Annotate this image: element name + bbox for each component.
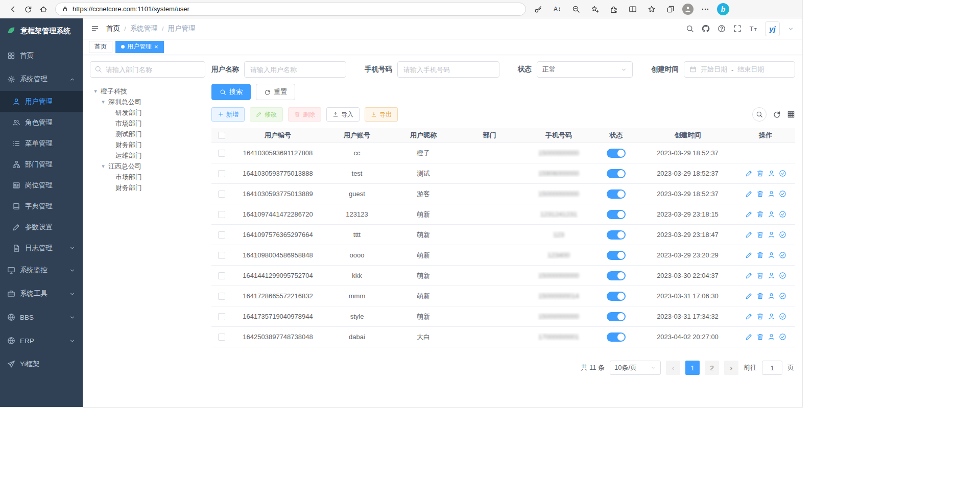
chevron-down-icon[interactable] (787, 26, 794, 32)
row-checkbox[interactable] (218, 150, 225, 157)
font-size-icon[interactable] (749, 25, 757, 33)
tree-node[interactable]: 财务部门 (90, 182, 205, 193)
edit-button[interactable]: 修改 (250, 107, 283, 122)
import-button[interactable]: 导入 (326, 107, 360, 122)
assign-role-icon[interactable] (779, 190, 786, 198)
delete-icon[interactable] (756, 251, 764, 259)
caret-down-icon[interactable]: ▾ (93, 88, 98, 94)
column-settings-button[interactable] (787, 110, 795, 118)
edit-icon[interactable] (745, 292, 753, 300)
delete-icon[interactable] (756, 170, 764, 177)
reset-password-icon[interactable] (768, 170, 775, 177)
favorites-bar-icon[interactable] (644, 2, 659, 16)
delete-icon[interactable] (756, 272, 764, 279)
sidebar-item-home[interactable]: 首页 (0, 44, 83, 67)
tree-node[interactable]: ▾深圳总公司 (90, 97, 205, 107)
reset-password-icon[interactable] (768, 292, 775, 300)
goto-page-input[interactable] (762, 361, 782, 375)
select-all-checkbox[interactable] (218, 132, 225, 139)
status-toggle[interactable] (607, 149, 626, 158)
zoom-icon[interactable] (569, 2, 583, 16)
caret-down-icon[interactable]: ▾ (101, 163, 106, 170)
row-checkbox[interactable] (218, 211, 225, 218)
sidebar-item-user-management[interactable]: 用户管理 (0, 91, 83, 112)
row-checkbox[interactable] (218, 252, 225, 259)
reset-password-icon[interactable] (768, 313, 775, 320)
tree-node[interactable]: ▾橙子科技 (90, 86, 205, 97)
help-icon[interactable] (718, 25, 726, 33)
tab-user-management[interactable]: 用户管理 × (115, 41, 164, 53)
tree-node[interactable]: ▾江西总公司 (90, 161, 205, 172)
delete-icon[interactable] (756, 292, 764, 300)
read-aloud-icon[interactable] (550, 2, 564, 16)
prev-page-button[interactable]: ‹ (666, 361, 680, 375)
edit-icon[interactable] (745, 231, 753, 239)
sidebar-item-log-management[interactable]: 日志管理 (0, 237, 83, 258)
reset-password-icon[interactable] (768, 190, 775, 198)
row-checkbox[interactable] (218, 191, 225, 198)
assign-role-icon[interactable] (779, 313, 786, 320)
copilot-icon[interactable]: b (717, 3, 729, 15)
delete-icon[interactable] (756, 313, 764, 320)
status-toggle[interactable] (607, 251, 626, 260)
sidebar-item-post-management[interactable]: 岗位管理 (0, 175, 83, 196)
status-toggle[interactable] (607, 271, 626, 280)
edit-icon[interactable] (745, 313, 753, 320)
assign-role-icon[interactable] (779, 292, 786, 300)
row-checkbox[interactable] (218, 231, 225, 239)
reset-button[interactable]: 重置 (256, 84, 295, 100)
tree-node[interactable]: 研发部门 (90, 107, 205, 118)
delete-icon[interactable] (756, 190, 764, 198)
toggle-search-button[interactable] (752, 107, 767, 122)
add-button[interactable]: 新增 (211, 107, 245, 122)
status-toggle[interactable] (607, 169, 626, 178)
user-avatar[interactable]: yj (765, 21, 780, 36)
browser-back-button[interactable] (5, 2, 20, 17)
status-toggle[interactable] (607, 292, 626, 301)
tree-node[interactable]: 财务部门 (90, 139, 205, 150)
sidebar-item-menu-management[interactable]: 菜单管理 (0, 133, 83, 154)
date-range-picker[interactable]: 开始日期 - 结束日期 (684, 61, 795, 78)
row-checkbox[interactable] (218, 272, 225, 279)
assign-role-icon[interactable] (779, 210, 786, 218)
status-toggle[interactable] (607, 210, 626, 219)
edit-icon[interactable] (745, 333, 753, 341)
sidebar-item-role-management[interactable]: 角色管理 (0, 112, 83, 133)
caret-down-icon[interactable]: ▾ (101, 99, 106, 105)
status-select[interactable]: 正常 (537, 61, 633, 78)
password-key-icon[interactable] (531, 2, 545, 16)
reset-password-icon[interactable] (768, 272, 775, 279)
browser-home-button[interactable] (36, 2, 51, 17)
page-size-select[interactable]: 10条/页 (610, 361, 661, 375)
export-button[interactable]: 导出 (365, 107, 398, 122)
sidebar-item-dict-management[interactable]: 字典管理 (0, 196, 83, 217)
sidebar-item-dept-management[interactable]: 部门管理 (0, 154, 83, 175)
row-checkbox[interactable] (218, 334, 225, 341)
page-button-1[interactable]: 1 (685, 361, 700, 375)
delete-button[interactable]: 删除 (288, 107, 321, 122)
sidebar-item-system-management[interactable]: 系统管理 (0, 67, 83, 91)
page-button-2[interactable]: 2 (705, 361, 719, 375)
row-checkbox[interactable] (218, 293, 225, 300)
edit-icon[interactable] (745, 190, 753, 198)
tree-node[interactable]: 市场部门 (90, 118, 205, 129)
fullscreen-icon[interactable] (733, 25, 742, 33)
github-icon[interactable] (702, 25, 710, 33)
assign-role-icon[interactable] (779, 231, 786, 239)
department-search-input[interactable] (90, 61, 205, 78)
header-search-icon[interactable] (686, 25, 694, 33)
browser-menu-icon[interactable] (698, 2, 712, 16)
delete-icon[interactable] (756, 210, 764, 218)
tree-node[interactable]: 市场部门 (90, 172, 205, 182)
sidebar-item-system-monitor[interactable]: 系统监控 (0, 258, 83, 282)
sidebar-item-erp[interactable]: ERP (0, 329, 83, 352)
add-favorite-icon[interactable] (588, 2, 602, 16)
status-toggle[interactable] (607, 332, 626, 342)
edit-icon[interactable] (745, 170, 753, 177)
address-bar[interactable]: https://ccnetcore.com:1101/system/user (55, 3, 526, 16)
tab-home[interactable]: 首页 (89, 41, 112, 53)
reset-password-icon[interactable] (768, 333, 775, 341)
status-toggle[interactable] (607, 312, 626, 321)
search-button[interactable]: 搜索 (211, 84, 251, 100)
assign-role-icon[interactable] (779, 333, 786, 341)
